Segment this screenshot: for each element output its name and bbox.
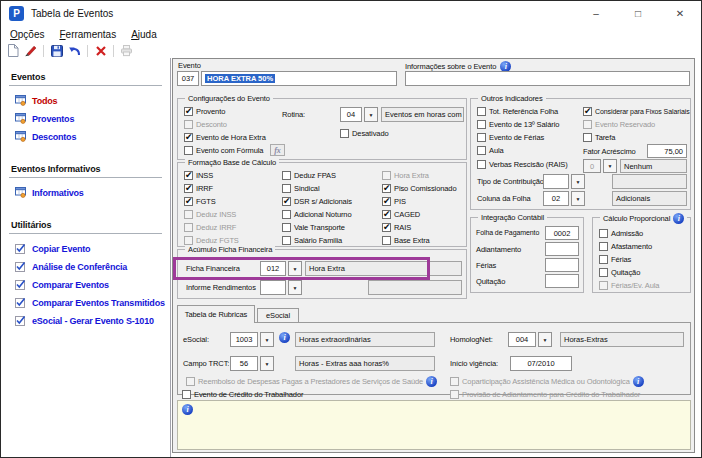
formula-fx-button[interactable]: fx: [270, 144, 285, 156]
sidebar-item-todos[interactable]: Todos: [15, 95, 170, 106]
menu-opcoes[interactable]: Opções: [10, 29, 44, 40]
checkbox-desconto[interactable]: Desconto: [184, 120, 227, 129]
checkbox-ferias-proporcional[interactable]: Férias: [599, 255, 631, 264]
checkbox-afastamento[interactable]: Afastamento: [599, 242, 652, 251]
checkbox-irrf[interactable]: IRRF: [184, 184, 213, 193]
new-document-icon[interactable]: [5, 44, 20, 58]
checkbox-evento-credito-trabalhador[interactable]: Evento de Crédito do Trabalhador: [182, 390, 303, 399]
evento-nome-input[interactable]: HORA EXTRA 50%: [201, 71, 397, 86]
undo-icon[interactable]: [67, 44, 82, 58]
tipo-contribuicao-dropdown-button[interactable]: ▼: [571, 174, 585, 189]
checkbox-provisao-adiantamento-credito[interactable]: Provisão de Adiantamento para Crédito do…: [450, 390, 640, 399]
sidebar-item-informativos[interactable]: Informativos: [15, 187, 170, 198]
checkbox-coparticipacao-assistencia[interactable]: Coparticipação Assistência Médica ou Odo…: [450, 376, 644, 387]
menu-ferramentas[interactable]: Ferramentas: [59, 29, 116, 40]
sidebar-item-analise-conferencia[interactable]: Análise de Conferência: [15, 261, 170, 272]
delete-icon[interactable]: [93, 44, 108, 58]
sidebar-item-copiar-evento[interactable]: Copiar Evento: [15, 243, 170, 254]
minimize-button[interactable]: –: [575, 1, 617, 25]
adiantamento-field[interactable]: [545, 242, 579, 256]
folha-pagamento-field[interactable]: 0002: [545, 226, 579, 240]
checkbox-evento-com-formula[interactable]: Evento com Fórmula: [184, 146, 263, 155]
informe-rendimentos-code-field[interactable]: [260, 280, 286, 295]
checkbox-box: [382, 171, 391, 180]
sidebar-item-descontos[interactable]: Descontos: [15, 131, 170, 142]
maximize-button[interactable]: □: [617, 1, 659, 25]
info-icon[interactable]: i: [279, 332, 290, 343]
checkbox-evento-13-salario[interactable]: Evento de 13º Salário: [477, 120, 559, 129]
checkbox-deduz-fpas[interactable]: Deduz FPAS: [282, 171, 336, 180]
checkbox-pis[interactable]: PIS: [382, 197, 406, 206]
esocial-dropdown-button[interactable]: ▼: [260, 332, 274, 347]
nivel-code-field[interactable]: 0: [583, 159, 601, 173]
ferias-field[interactable]: [545, 258, 579, 272]
info-icon[interactable]: i: [426, 376, 437, 387]
campo-trct-dropdown-button[interactable]: ▼: [260, 356, 274, 371]
print-icon[interactable]: [119, 44, 134, 58]
checkbox-tarefa[interactable]: Tarefa: [583, 133, 615, 142]
quitacao-field[interactable]: [545, 274, 579, 288]
checkbox-deduz-irrf[interactable]: Deduz IRRF: [184, 223, 236, 232]
rotina-dropdown-button[interactable]: ▼: [364, 107, 378, 122]
checkbox-evento-ferias[interactable]: Evento de Férias: [477, 133, 544, 142]
info-icon[interactable]: i: [673, 213, 684, 224]
campo-trct-code-field[interactable]: 56: [230, 356, 258, 371]
checkbox-inss[interactable]: INSS: [184, 171, 213, 180]
checkbox-reembolso-despesas-saude[interactable]: Reembolso de Despesas Pagas a Prestadore…: [186, 376, 437, 387]
checkbox-salario-familia[interactable]: Salário Familia: [282, 236, 342, 245]
tipo-contribuicao-code-field[interactable]: [543, 174, 569, 189]
sidebar-item-esocial-gerar-s1010[interactable]: eSocial - Gerar Evento S-1010: [15, 315, 170, 326]
checkbox-deduz-inss[interactable]: Deduz INSS: [184, 210, 236, 219]
ficha-financeira-dropdown-button[interactable]: ▼: [288, 261, 302, 276]
rotina-code-field[interactable]: 04: [340, 107, 362, 122]
toolbar: [1, 43, 701, 58]
checkbox-tot-referencia-folha[interactable]: Tot. Referência Folha: [477, 107, 558, 116]
edit-pencil-icon[interactable]: [23, 44, 38, 58]
checkbox-evento-hora-extra[interactable]: Evento de Hora Extra: [184, 133, 266, 142]
save-icon[interactable]: [49, 44, 64, 58]
checkbox-hora-extra[interactable]: Hora Extra: [382, 171, 429, 180]
checkbox-considerar-fixos-salariais[interactable]: Considerar para Fixos Salariais: [583, 107, 690, 116]
info-icon[interactable]: i: [182, 404, 193, 415]
esocial-code-field[interactable]: 1003: [230, 332, 258, 347]
menu-ajuda[interactable]: Ajuda: [131, 29, 157, 40]
checkbox-aula[interactable]: Aula: [477, 146, 504, 155]
checkbox-ferias-ev-aula[interactable]: Férias/Ev. Aula: [599, 281, 659, 290]
homolognet-dropdown-button[interactable]: ▼: [538, 332, 552, 347]
sidebar-item-comparar-eventos-transmitidos[interactable]: Comparar Eventos Transmitidos: [15, 297, 170, 308]
checkbox-deduz-fgts[interactable]: Deduz FGTS: [184, 236, 239, 245]
tab-tabela-rubricas[interactable]: Tabela de Rubricas: [177, 305, 255, 323]
checkbox-vale-transporte[interactable]: Vale Transporte: [282, 223, 345, 232]
checkbox-sindical[interactable]: Sindical: [282, 184, 319, 193]
checkbox-admissao[interactable]: Admissão: [599, 229, 643, 238]
sidebar-item-proventos[interactable]: Proventos: [15, 113, 170, 124]
checkbox-verbas-rescisao-rais[interactable]: Verbas Rescisão (RAIS): [477, 160, 568, 169]
homolognet-code-field[interactable]: 004: [508, 332, 536, 347]
coluna-folha-dropdown-button[interactable]: ▼: [571, 191, 585, 206]
checkbox-box: [184, 133, 193, 142]
checkbox-dsr-adicionais[interactable]: DSR s/ Adicionais: [282, 197, 352, 206]
checkbox-box: [477, 120, 486, 129]
informe-rendimentos-dropdown-button[interactable]: ▼: [288, 280, 302, 295]
tab-esocial[interactable]: eSocial: [257, 308, 299, 322]
coluna-folha-code-field[interactable]: 02: [543, 191, 569, 206]
info-evento-input[interactable]: [405, 71, 690, 86]
checkbox-provento[interactable]: Provento: [184, 107, 225, 116]
evento-codigo-field[interactable]: 037: [177, 71, 199, 86]
close-button[interactable]: ✕: [659, 1, 701, 25]
checkbox-caged[interactable]: CAGED: [382, 210, 420, 219]
nivel-dropdown-button[interactable]: ▼: [603, 159, 617, 173]
checkbox-fgts[interactable]: FGTS: [184, 197, 216, 206]
checkbox-quitacao-proporcional[interactable]: Quitação: [599, 268, 640, 277]
checkbox-piso-comissionado[interactable]: Piso Comissionado: [382, 184, 457, 193]
checkbox-evento-reservado[interactable]: Evento Reservado: [583, 120, 655, 129]
checkbox-desativado[interactable]: Desativado: [340, 129, 389, 138]
checkbox-base-extra[interactable]: Base Extra: [382, 236, 430, 245]
info-icon[interactable]: i: [633, 376, 644, 387]
ficha-financeira-code-field[interactable]: 012: [260, 261, 286, 276]
checkbox-adicional-noturno[interactable]: Adicional Noturno: [282, 210, 352, 219]
inicio-vigencia-field[interactable]: 07/2010: [510, 356, 572, 371]
sidebar-item-comparar-eventos[interactable]: Comparar Eventos: [15, 279, 170, 290]
fator-acrescimo-field[interactable]: 75,00: [647, 144, 687, 158]
checkbox-rais[interactable]: RAIS: [382, 223, 411, 232]
